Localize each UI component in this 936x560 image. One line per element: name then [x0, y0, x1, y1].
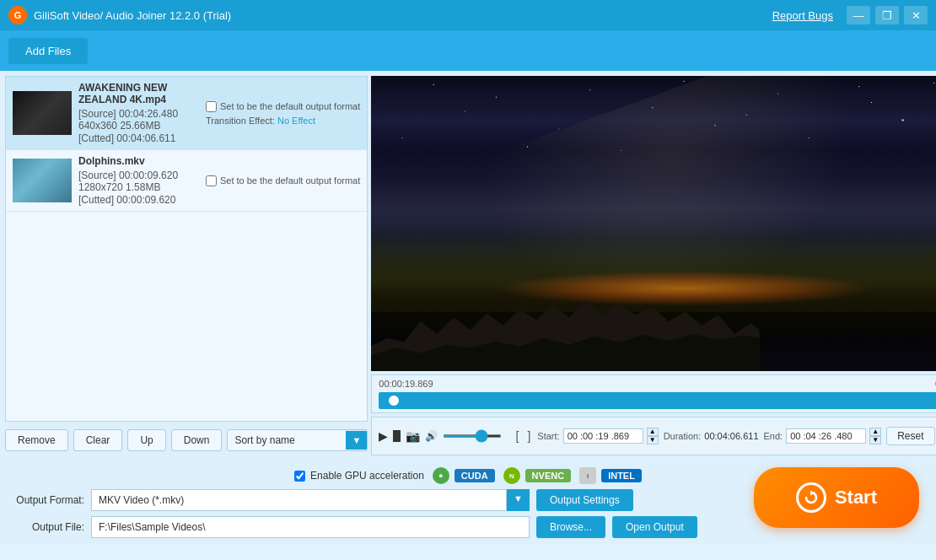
end-label: End:	[764, 431, 783, 441]
list-item[interactable]: Dolphins.mkv [Source] 00:00:09.620 1280x…	[6, 150, 367, 212]
format-arrow-icon[interactable]: ▼	[507, 489, 530, 511]
end-time-input[interactable]	[786, 428, 866, 444]
format-select[interactable]: MKV Video (*.mkv) MP4 Video (*.mp4) AVI …	[91, 489, 507, 511]
current-time-label: 00:00:19.869	[379, 379, 433, 389]
sort-dropdown-arrow-icon[interactable]: ▼	[346, 431, 367, 450]
snapshot-button[interactable]: 📷	[406, 429, 420, 443]
filename-1: AWAKENING NEW ZEALAND 4K.mp4	[78, 82, 199, 105]
cuda-badge: CUDA	[455, 469, 495, 482]
time-labels: 00:00:19.869 00:04:26.480	[379, 379, 936, 389]
format-select-wrap: MKV Video (*.mkv) MP4 Video (*.mp4) AVI …	[91, 489, 530, 511]
file-right-1: Set to be the default output format Tran…	[206, 101, 360, 126]
add-files-button[interactable]: Add Files	[8, 38, 88, 64]
timeline-bar: 00:00:19.869 00:04:26.480	[371, 374, 936, 413]
title-bar: G GiliSoft Video/ Audio Joiner 12.2.0 (T…	[0, 0, 936, 30]
file-list: AWAKENING NEW ZEALAND 4K.mp4 [Source] 00…	[5, 76, 368, 422]
play-button[interactable]: ▶	[379, 429, 388, 443]
main-content: AWAKENING NEW ZEALAND 4K.mp4 [Source] 00…	[0, 71, 936, 460]
app-logo: G	[8, 6, 27, 24]
window-controls: — ❐ ✕	[847, 6, 928, 24]
nvenc-icon: N	[503, 467, 520, 484]
gpu-acceleration-checkbox[interactable]	[294, 471, 305, 482]
format-label: Output Format:	[8, 494, 84, 506]
stop-button[interactable]	[393, 430, 401, 442]
default-format-label-1[interactable]: Set to be the default output format	[206, 101, 360, 112]
list-item[interactable]: AWAKENING NEW ZEALAND 4K.mp4 [Source] 00…	[6, 77, 367, 150]
start-time-down[interactable]: ▼	[647, 436, 659, 444]
mountains-silhouette	[371, 288, 760, 371]
filename-2: Dolphins.mkv	[78, 155, 199, 167]
default-format-checkbox-1[interactable]	[206, 101, 217, 112]
sort-select[interactable]: Sort by name Sort by date Sort by size	[228, 430, 346, 450]
duration-group: Duration: 00:04:06.611	[664, 431, 759, 441]
app-title: GiliSoft Video/ Audio Joiner 12.2.0 (Tri…	[34, 9, 772, 22]
start-label: Start	[835, 487, 877, 509]
end-time-down[interactable]: ▼	[869, 436, 881, 444]
start-button[interactable]: Start	[754, 467, 919, 528]
right-panel: 00:00:19.869 00:04:26.480 ▶ 📷 🔊 [ ] Star…	[371, 76, 936, 455]
bottom-container: Enable GPU acceleration ● CUDA N NVENC i…	[0, 460, 936, 545]
start-label: Start:	[537, 431, 559, 441]
end-time-up[interactable]: ▲	[869, 428, 881, 436]
output-settings-button[interactable]: Output Settings	[536, 489, 633, 511]
toolbar: Add Files	[0, 30, 936, 71]
sort-dropdown[interactable]: Sort by name Sort by date Sort by size ▼	[227, 429, 368, 451]
cutted-1: [Cutted] 00:04:06.611	[78, 132, 199, 144]
left-bracket-button[interactable]: [	[514, 429, 521, 443]
default-format-label-2[interactable]: Set to be the default output format	[206, 175, 360, 186]
thumbnail-1	[13, 91, 72, 135]
file-label: Output File:	[8, 521, 84, 533]
down-button[interactable]: Down	[171, 429, 223, 451]
thumbnail-2	[13, 159, 72, 202]
output-file-input[interactable]	[91, 516, 530, 538]
left-panel: AWAKENING NEW ZEALAND 4K.mp4 [Source] 00…	[5, 76, 368, 455]
transition-effect-1: Transition Effect: No Effect	[206, 116, 315, 126]
volume-slider[interactable]	[443, 434, 502, 438]
effect-value-1: No Effect	[277, 116, 315, 126]
nvenc-badge: NVENC	[525, 469, 572, 482]
start-time-spin: ▲ ▼	[647, 428, 659, 444]
clear-button[interactable]: Clear	[73, 429, 123, 451]
video-preview	[371, 76, 936, 371]
file-list-buttons: Remove Clear Up Down Sort by name Sort b…	[5, 425, 368, 455]
right-bracket-button[interactable]: ]	[525, 429, 532, 443]
file-info-1: AWAKENING NEW ZEALAND 4K.mp4 [Source] 00…	[78, 82, 199, 144]
video-background	[371, 76, 936, 371]
playback-controls: ▶ 📷 🔊 [ ] Start: ▲ ▼ Duration: 00:04:06.…	[371, 417, 936, 455]
gpu-acceleration-label: Enable GPU acceleration	[310, 470, 424, 482]
remove-button[interactable]: Remove	[5, 429, 68, 451]
restore-button[interactable]: ❐	[875, 6, 899, 24]
cutted-2: [Cutted] 00:00:09.620	[78, 194, 199, 206]
report-bugs-link[interactable]: Report Bugs	[772, 9, 833, 22]
duration-label: Duration:	[664, 431, 702, 441]
browse-button[interactable]: Browse...	[536, 516, 605, 538]
file-right-2: Set to be the default output format	[206, 175, 360, 186]
end-time-group: End: ▲ ▼	[764, 428, 882, 444]
close-button[interactable]: ✕	[904, 6, 928, 24]
duration-value: 00:04:06.611	[704, 431, 758, 441]
cuda-icon: ●	[433, 467, 449, 484]
start-time-up[interactable]: ▲	[647, 428, 659, 436]
open-output-button[interactable]: Open Output	[612, 516, 697, 538]
up-button[interactable]: Up	[127, 429, 165, 451]
reset-button[interactable]: Reset	[886, 427, 934, 445]
source-1: [Source] 00:04:26.480 640x360 25.66MB	[78, 108, 199, 132]
end-time-spin: ▲ ▼	[869, 428, 881, 444]
svg-text:N: N	[509, 472, 514, 480]
minimize-button[interactable]: —	[847, 6, 870, 24]
start-icon	[796, 482, 826, 513]
volume-button[interactable]: 🔊	[425, 430, 438, 442]
intel-icon: i	[579, 467, 596, 484]
start-time-input[interactable]	[563, 428, 643, 444]
file-info-2: Dolphins.mkv [Source] 00:00:09.620 1280x…	[78, 155, 199, 206]
timeline-track[interactable]	[379, 392, 936, 409]
timeline-thumb-left[interactable]	[387, 394, 401, 407]
source-2: [Source] 00:00:09.620 1280x720 1.58MB	[78, 170, 199, 193]
default-format-checkbox-2[interactable]	[206, 175, 217, 186]
intel-badge: INTEL	[601, 469, 642, 482]
start-time-group: Start: ▲ ▼	[537, 428, 658, 444]
